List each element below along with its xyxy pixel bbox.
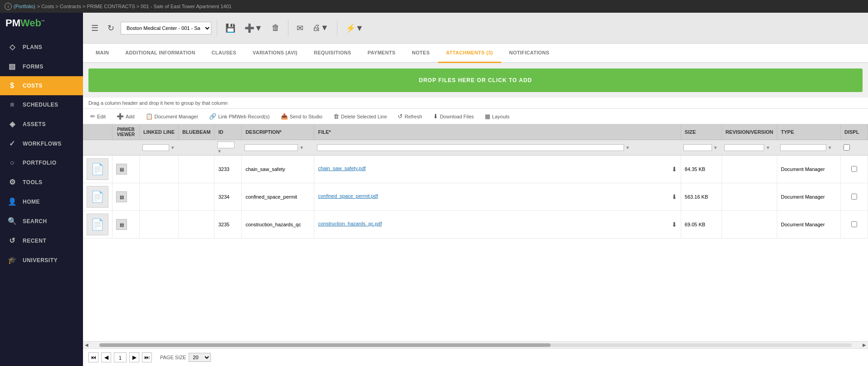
download-btn-2[interactable]: ⬇ [672, 193, 677, 200]
filter-type-icon[interactable]: ▼ [828, 145, 832, 150]
layouts-button[interactable]: ▦ Layouts [482, 112, 512, 121]
filter-description[interactable]: ▼ [242, 140, 314, 156]
tab-notifications[interactable]: NOTIFICATIONS [501, 44, 558, 63]
display-checkbox-1[interactable] [851, 166, 857, 172]
filter-linked[interactable]: ▼ [140, 140, 179, 156]
send-to-studio-button[interactable]: 📤 Send to Studio [278, 112, 325, 121]
sidebar-item-costs[interactable]: $ COSTS [0, 76, 83, 95]
download-icon: ⬇ [433, 113, 438, 120]
viewer-btn-1[interactable]: ▤ [116, 164, 127, 175]
project-dropdown[interactable]: Boston Medical Center - 001 - Sale o [121, 22, 211, 34]
delete-button[interactable]: 🗑 [269, 20, 283, 35]
scroll-left-arrow[interactable]: ◀ [83, 342, 90, 347]
filter-description-input[interactable] [244, 144, 298, 151]
display-checkbox-2[interactable] [851, 194, 857, 200]
delete-selected-button[interactable]: 🗑 Delete Selected Line [331, 112, 390, 121]
h-scroll-track[interactable] [99, 343, 852, 347]
file-link-2[interactable]: confined_space_permit.pdf [318, 193, 378, 199]
sidebar-item-home[interactable]: 👤 HOME [0, 192, 83, 211]
filter-revision[interactable]: ▼ [722, 140, 777, 156]
tab-clauses[interactable]: CLAUSES [203, 44, 244, 63]
sidebar-item-label: PLANS [23, 44, 42, 50]
sidebar-item-search[interactable]: 🔍 SEARCH [0, 211, 83, 231]
revision-2 [722, 183, 777, 211]
print-button[interactable]: 🖨▼ [310, 20, 332, 35]
filter-size-icon[interactable]: ▼ [713, 145, 718, 150]
portfolio-link[interactable]: (Portfolio) [14, 4, 35, 9]
filter-revision-icon[interactable]: ▼ [766, 145, 770, 150]
filter-id-input[interactable] [217, 142, 234, 148]
filter-id-icon[interactable]: ▼ [217, 149, 222, 154]
sidebar-item-tools[interactable]: ⚙ TOOLS [0, 172, 83, 192]
drop-zone[interactable]: DROP FILES HERE OR CLICK TO ADD [88, 68, 863, 92]
sidebar-item-workflows[interactable]: ✓ WORKFLOWS [0, 134, 83, 153]
filter-linked-icon[interactable]: ▼ [171, 145, 175, 150]
info-icon[interactable]: i [5, 3, 12, 10]
filter-linked-input[interactable] [142, 144, 169, 151]
tab-main[interactable]: MAIN [88, 44, 117, 63]
file-link-3[interactable]: construction_hazards_qc.pdf [318, 221, 382, 226]
next-page-button[interactable]: ▶ [129, 352, 139, 362]
search-icon: 🔍 [7, 217, 17, 225]
first-page-button[interactable]: ⏮ [88, 352, 98, 362]
prev-page-button[interactable]: ◀ [101, 352, 111, 362]
filter-file-input[interactable] [317, 144, 624, 151]
filter-file-icon[interactable]: ▼ [625, 145, 630, 150]
edit-button[interactable]: ✏ Edit [88, 112, 108, 121]
schedules-icon: ≡ [7, 101, 17, 109]
sidebar-item-forms[interactable]: ▤ FORMS [0, 57, 83, 76]
download-btn-1[interactable]: ⬇ [672, 166, 677, 173]
menu-button[interactable]: ☰ [88, 20, 101, 36]
filter-size-input[interactable] [683, 144, 712, 151]
email-button[interactable]: ✉ [294, 20, 306, 36]
filter-type-input[interactable] [780, 144, 826, 151]
page-size-select[interactable]: 20 50 100 [189, 353, 211, 362]
filter-desc-icon[interactable]: ▼ [299, 145, 304, 150]
file-link-1[interactable]: chain_saw_safety.pdf [318, 166, 366, 171]
document-manager-button[interactable]: 📋 Document Manager [143, 112, 201, 121]
save-button[interactable]: 💾 [223, 20, 238, 36]
filter-display-checkbox[interactable] [844, 144, 850, 151]
add-row-button[interactable]: ➕ Add [114, 112, 137, 121]
sidebar-item-assets[interactable]: ◈ ASSETS [0, 114, 83, 134]
h-scroll-bar[interactable]: ◀ ▶ [83, 341, 868, 348]
lightning-button[interactable]: ⚡▼ [343, 20, 366, 36]
viewer-btn-2[interactable]: ▤ [116, 191, 127, 202]
tab-notes[interactable]: NOTES [404, 44, 438, 63]
last-page-button[interactable]: ⏭ [142, 352, 152, 362]
size-3: 69.05 KB [681, 211, 722, 239]
undo-button[interactable]: ↻ [105, 20, 117, 36]
tab-attachments[interactable]: ATTACHMENTS (3) [438, 44, 501, 63]
display-3[interactable] [841, 211, 868, 239]
sidebar: PMWeb™ ◇ PLANS ▤ FORMS $ COSTS ≡ SCHEDUL… [0, 13, 83, 366]
sidebar-item-university[interactable]: 🎓 UNIVERSITY [0, 250, 83, 270]
sidebar-item-schedules[interactable]: ≡ SCHEDULES [0, 95, 83, 114]
filter-revision-input[interactable] [724, 144, 764, 151]
filter-display[interactable] [841, 140, 868, 156]
display-1[interactable] [841, 156, 868, 183]
viewer-btn-3[interactable]: ▤ [116, 219, 127, 230]
filter-size[interactable]: ▼ [681, 140, 722, 156]
tab-additional-information[interactable]: ADDITIONAL INFORMATION [117, 44, 203, 63]
sidebar-item-portfolio[interactable]: ○ PORTFOLIO [0, 153, 83, 172]
scroll-right-arrow[interactable]: ▶ [861, 342, 868, 347]
filter-file[interactable]: ▼ [314, 140, 681, 156]
add-button[interactable]: ➕▼ [242, 20, 265, 36]
sidebar-item-recent[interactable]: ↺ RECENT [0, 231, 83, 250]
h-scroll-thumb[interactable] [99, 343, 551, 347]
id-3: 3235 [215, 211, 242, 239]
download-btn-3[interactable]: ⬇ [672, 221, 677, 228]
download-files-button[interactable]: ⬇ Download Files [430, 112, 477, 121]
display-2[interactable] [841, 183, 868, 211]
download-files-label: Download Files [440, 114, 474, 119]
tab-payments[interactable]: PAYMENTS [359, 44, 404, 63]
thumb-3: 📄 [87, 214, 108, 235]
refresh-button[interactable]: ↺ Refresh [395, 112, 425, 121]
sidebar-item-plans[interactable]: ◇ PLANS [0, 37, 83, 57]
link-pmweb-button[interactable]: 🔗 Link PMWeb Record(s) [206, 112, 273, 121]
display-checkbox-3[interactable] [851, 221, 857, 227]
filter-type[interactable]: ▼ [777, 140, 841, 156]
tab-variations[interactable]: VARIATIONS (AVI) [244, 44, 306, 63]
tab-requisitions[interactable]: REQUISITIONS [306, 44, 359, 63]
filter-id[interactable]: ▼ [215, 140, 242, 156]
